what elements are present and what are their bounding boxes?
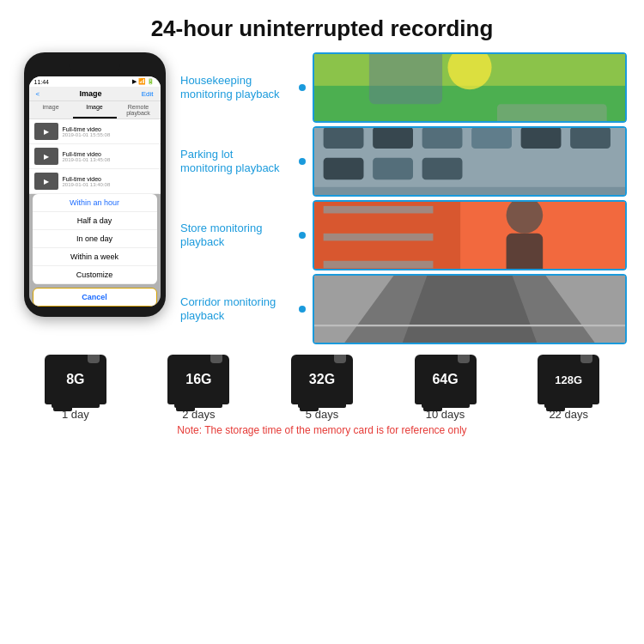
monitoring-img-3	[313, 200, 627, 270]
sd-label-64g: 64G	[432, 372, 458, 387]
scene-store	[313, 200, 627, 270]
scene-corridor	[313, 274, 627, 344]
sd-card-128g: 128G	[538, 355, 599, 404]
svg-rect-19	[324, 158, 364, 180]
phone-status-bar: 11:44 ▶ 📶 🔋	[29, 76, 161, 87]
monitoring-row-3: Store monitoringplayback	[180, 200, 627, 270]
svg-rect-14	[373, 128, 413, 149]
dropdown-overlay: Within an hour Half a day In one day Wit…	[29, 194, 161, 307]
monitoring-label-4: Corridor monitoringplayback	[180, 295, 292, 322]
svg-rect-27	[324, 206, 434, 214]
dropdown-menu: Within an hour Half a day In one day Wit…	[33, 194, 157, 284]
svg-rect-18	[570, 128, 611, 149]
video-info-1: Full-time video 2019-01-01 15:55:08	[63, 126, 155, 137]
dropdown-item-4[interactable]: Customize	[33, 266, 157, 284]
svg-rect-5	[497, 104, 607, 121]
dropdown-item-1[interactable]: Half a day	[33, 212, 157, 230]
phone-tab-remote[interactable]: Remote playback	[117, 101, 161, 118]
connector-dot-2	[299, 158, 306, 165]
sd-label-32g: 32G	[309, 372, 335, 387]
video-item-1: ▶ Full-time video 2019-01-01 15:55:08	[29, 119, 161, 144]
video-date-2: 2019-01-01 13:45:08	[63, 157, 155, 162]
monitoring-section: Housekeepingmonitoring playback Pa	[180, 52, 627, 344]
monitoring-row-2: Parking lotmonitoring playback	[180, 126, 627, 197]
storage-card-8g: 8G 1 day	[45, 355, 106, 421]
dropdown-cancel-button[interactable]: Cancel	[33, 288, 157, 307]
video-title-3: Full-time video	[63, 176, 155, 182]
video-thumb-2: ▶	[34, 148, 58, 165]
monitoring-label-3: Store monitoringplayback	[180, 222, 292, 248]
storage-card-128g: 128G 22 days	[538, 355, 599, 421]
video-info-2: Full-time video 2019-01-01 13:45:08	[63, 151, 155, 162]
page-title: 24-hour uninterrupted recording	[0, 15, 644, 42]
svg-rect-31	[507, 234, 544, 269]
video-item-3: ▶ Full-time video 2019-01-01 13:40:08	[29, 169, 161, 194]
video-date-3: 2019-01-01 13:40:08	[63, 182, 155, 187]
video-item-2: ▶ Full-time video 2019-01-01 13:45:08	[29, 144, 161, 169]
video-thumb-1: ▶	[34, 123, 58, 140]
dropdown-item-2[interactable]: In one day	[33, 230, 157, 248]
monitoring-img-2	[313, 126, 627, 197]
monitoring-label-2: Parking lotmonitoring playback	[180, 148, 292, 174]
sd-card-16g: 16G	[167, 355, 229, 404]
storage-card-64g: 64G 10 days	[415, 355, 477, 421]
svg-rect-20	[373, 158, 413, 180]
sd-label-128g: 128G	[555, 374, 582, 386]
sd-card-8g: 8G	[45, 355, 106, 404]
phone-nav-title: Image	[79, 89, 101, 98]
svg-rect-4	[369, 54, 442, 104]
phone-tab-image2[interactable]: Image	[73, 101, 117, 118]
storage-card-16g: 16G 2 days	[167, 355, 229, 421]
sd-notch-128g	[580, 355, 592, 363]
page-header: 24-hour uninterrupted recording	[0, 0, 644, 52]
storage-card-32g: 32G 5 days	[291, 355, 353, 421]
svg-rect-21	[422, 158, 463, 180]
sd-label-8g: 8G	[66, 372, 84, 387]
storage-section: 8G 1 day 16G 2 days 32G 5 days 64G 10 da…	[0, 344, 644, 440]
video-title-2: Full-time video	[63, 151, 155, 157]
sd-card-64g: 64G	[415, 355, 477, 404]
phone-container: 11:44 ▶ 📶 🔋 < Image Edit image Image Rem…	[17, 52, 172, 344]
phone-nav-bar: < Image Edit	[29, 87, 161, 101]
video-info-3: Full-time video 2019-01-01 13:40:08	[63, 176, 155, 187]
connector-dot-3	[299, 232, 306, 239]
phone-mockup: 11:44 ▶ 📶 🔋 < Image Edit image Image Rem…	[24, 52, 166, 317]
connector-dot-1	[299, 84, 306, 91]
svg-rect-16	[471, 128, 512, 149]
monitoring-row-1: Housekeepingmonitoring playback	[180, 52, 627, 123]
monitoring-img-4	[313, 274, 627, 344]
phone-icons: ▶ 📶 🔋	[132, 78, 155, 85]
svg-rect-17	[521, 128, 562, 149]
scene-playground	[313, 52, 627, 123]
dropdown-item-0[interactable]: Within an hour	[33, 194, 157, 212]
connector-dot-4	[299, 306, 306, 313]
storage-cards: 8G 1 day 16G 2 days 32G 5 days 64G 10 da…	[14, 355, 630, 421]
phone-time: 11:44	[34, 79, 50, 85]
storage-note: Note: The storage time of the memory car…	[14, 424, 630, 436]
main-content: 11:44 ▶ 📶 🔋 < Image Edit image Image Rem…	[0, 52, 644, 344]
monitoring-row-4: Corridor monitoringplayback	[180, 274, 627, 344]
svg-rect-22	[314, 187, 625, 195]
sd-notch-16g	[210, 355, 222, 363]
phone-notch	[69, 61, 120, 73]
phone-nav-back[interactable]: <	[36, 90, 40, 98]
sd-notch-32g	[334, 355, 346, 363]
phone-tab-image[interactable]: image	[29, 101, 73, 118]
monitoring-label-1: Housekeepingmonitoring playback	[180, 74, 292, 100]
svg-rect-28	[324, 234, 434, 241]
sd-notch-8g	[88, 355, 100, 363]
phone-screen: 11:44 ▶ 📶 🔋 < Image Edit image Image Rem…	[29, 76, 161, 307]
sd-label-16g: 16G	[185, 372, 211, 387]
scene-parking	[313, 126, 627, 197]
sd-notch-64g	[458, 355, 470, 363]
svg-rect-29	[324, 261, 434, 269]
video-date-1: 2019-01-01 15:55:08	[63, 132, 155, 137]
video-title-1: Full-time video	[63, 126, 155, 132]
dropdown-item-3[interactable]: Within a week	[33, 248, 157, 266]
phone-tabs: image Image Remote playback	[29, 101, 161, 119]
phone-nav-edit[interactable]: Edit	[142, 90, 154, 98]
svg-rect-15	[422, 128, 463, 149]
video-thumb-3: ▶	[34, 173, 58, 190]
sd-card-32g: 32G	[291, 355, 353, 404]
monitoring-img-1	[313, 52, 627, 123]
